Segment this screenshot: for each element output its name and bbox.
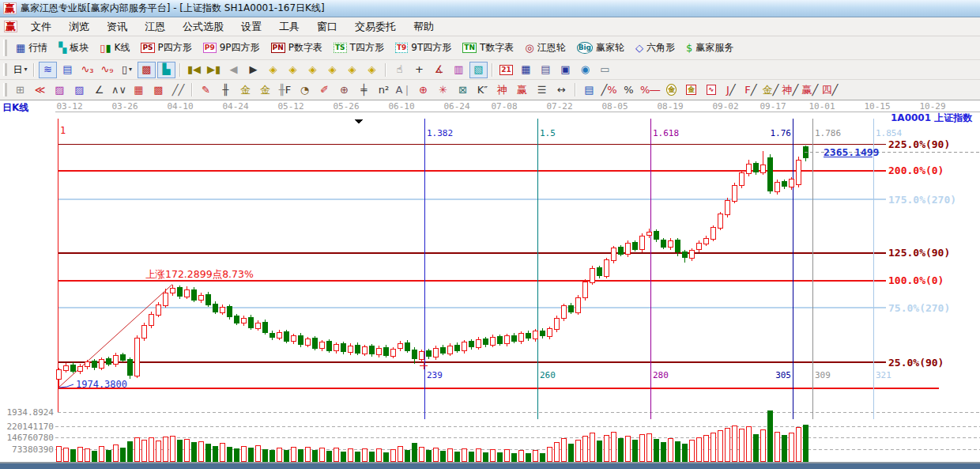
percent-plain-button[interactable]: %	[620, 81, 638, 98]
prev-bar-button[interactable]: ◀	[224, 62, 243, 78]
zoom-full-button[interactable]: ◈	[363, 62, 381, 78]
angle-tool-button[interactable]: ∡	[430, 62, 448, 78]
value-table-button[interactable]: ▤	[580, 81, 598, 98]
k-note-button[interactable]: K″	[473, 81, 492, 98]
f10-info-button[interactable]: ▤	[58, 62, 77, 78]
red-pin-button[interactable]: ✎	[197, 81, 215, 98]
zoom-compress-button[interactable]: ◈	[323, 62, 341, 78]
counting-grid-button[interactable]: ☰	[533, 81, 551, 98]
candle-style-dropdown-button[interactable]: ▯▾	[118, 62, 136, 78]
star-grid-button[interactable]: ✳	[434, 81, 452, 98]
menu-tools[interactable]: 工具	[270, 18, 308, 36]
compass-target-button[interactable]: ⊕	[414, 81, 432, 98]
notes-button[interactable]: ▤	[537, 62, 555, 78]
p-square-button[interactable]: PSP四方形	[135, 40, 197, 56]
zoom-right-button[interactable]: ◈	[284, 62, 302, 78]
n2-tool-button[interactable]: n²	[375, 81, 393, 98]
price-grid-button[interactable]: ▦	[130, 81, 148, 98]
fan-box-blue-button[interactable]: ▨	[70, 81, 89, 98]
volume-bar	[689, 440, 694, 461]
hexagon-button[interactable]: ◇六角形	[630, 40, 680, 56]
menu-gann[interactable]: 江恩	[136, 18, 174, 36]
si-angle-button[interactable]: 四╱	[820, 81, 839, 98]
circle-ruler-button[interactable]: ⊕	[335, 81, 353, 98]
ying-tool-button[interactable]: 赢	[513, 81, 531, 98]
next-bar-button[interactable]: ▶	[244, 62, 262, 78]
zoom-horizontal-button[interactable]: ◈	[303, 62, 322, 78]
gold-cycle-2-button[interactable]: 金	[256, 81, 274, 98]
calculator-button[interactable]: ▦	[517, 62, 535, 78]
menu-window[interactable]: 窗口	[308, 18, 346, 36]
profile-histogram-button[interactable]: ▙	[157, 62, 175, 78]
wave-3-button[interactable]: ∿₃	[78, 62, 96, 78]
hand-tool-button[interactable]: ☝	[390, 62, 409, 78]
menu-trade[interactable]: 交易委托	[346, 18, 405, 36]
print-button[interactable]: ▭	[596, 62, 614, 78]
purple-grid-tool-button[interactable]: ▥	[450, 62, 468, 78]
wave-9-button[interactable]: ∿₉	[98, 62, 116, 78]
j-angle-button[interactable]: J╱	[722, 81, 740, 98]
zigzag-line-button[interactable]: ∧∨	[110, 81, 128, 98]
shen-tool-button[interactable]: 神	[493, 81, 511, 98]
first-page-button[interactable]: ▮◀	[185, 62, 203, 78]
menu-help[interactable]: 帮助	[405, 18, 443, 36]
teal-pattern-tool-button[interactable]: ▧	[469, 62, 488, 78]
menu-file[interactable]: 文件	[22, 18, 60, 36]
chart-canvas[interactable]: 03-1203-2604-1004-2405-1205-2606-1006-24…	[0, 100, 980, 469]
toolbar-grip[interactable]	[3, 40, 7, 55]
gold-cycle-1-button[interactable]: 金	[236, 81, 254, 98]
toolbar-grip[interactable]	[3, 63, 7, 77]
save-button[interactable]: ▣	[556, 62, 575, 78]
price-grid-cycle-button[interactable]: ▩	[149, 81, 168, 98]
f-cycle-button[interactable]: ╫F	[276, 81, 294, 98]
f-angle-button[interactable]: F╱	[741, 81, 760, 98]
time-comb-button[interactable]: ╫	[217, 81, 235, 98]
wave-box-button[interactable]: ∿	[702, 81, 720, 98]
last-page-button[interactable]: ▶▮	[205, 62, 223, 78]
parallel-lines-button[interactable]: ╱╱	[169, 81, 187, 98]
gold-level-button[interactable]: 金	[682, 81, 700, 98]
calendar-button[interactable]: 21	[497, 62, 515, 78]
p-number-table-button[interactable]: PNP数字表	[266, 40, 328, 56]
fan-box-purple-button[interactable]: ▨	[51, 81, 69, 98]
winner-wheel-button[interactable]: Big赢家轮	[571, 40, 630, 56]
candle	[319, 340, 324, 351]
angle-lines-button[interactable]: ∠	[90, 81, 108, 98]
wide-comb-button[interactable]: ╪	[355, 81, 373, 98]
shen-angle-button[interactable]: 神╱	[781, 81, 799, 98]
grid-select-button[interactable]: ⊞	[11, 81, 29, 98]
menu-browse[interactable]: 浏览	[60, 18, 98, 36]
gold-comb2-icon: 金	[260, 83, 270, 97]
zoom-left-button[interactable]: ◈	[264, 62, 282, 78]
pin-ruler-button[interactable]: ✐	[315, 81, 334, 98]
ying-angle-button[interactable]: 赢╱	[801, 81, 819, 98]
time-spiral-button[interactable]: ◔	[296, 81, 314, 98]
9p-square-button[interactable]: P99P四方形	[198, 40, 266, 56]
gann-wheel-button[interactable]: ◎江恩轮	[519, 40, 571, 56]
a-filter-button[interactable]: A❘	[394, 81, 413, 98]
winner-service-button[interactable]: $赢家服务	[680, 40, 739, 56]
chart-overlay-button[interactable]: ≋	[39, 62, 57, 78]
menu-settings[interactable]: 设置	[232, 18, 270, 36]
zoom-expand-button[interactable]: ◈	[343, 62, 361, 78]
period-day-dropdown-button[interactable]: 日▾	[11, 62, 29, 78]
t-number-table-button[interactable]: TNT数字表	[457, 40, 519, 56]
sectors-button[interactable]: ▚板块	[53, 40, 94, 56]
gold-angle-button[interactable]: 金╱	[761, 81, 779, 98]
t-square-button[interactable]: TST四方形	[328, 40, 390, 56]
quotes-button[interactable]: ▦行情	[10, 40, 53, 56]
9t-square-button[interactable]: T99T四方形	[390, 40, 457, 56]
red-pattern-button[interactable]: ▩	[138, 62, 156, 78]
menu-formula-pick[interactable]: 公式选股	[174, 18, 232, 36]
kline-button[interactable]: ▯▮K线	[94, 40, 135, 56]
percent-line-button[interactable]: %―	[639, 81, 661, 98]
percent-angle-button[interactable]: ╱%	[600, 81, 618, 98]
web-quote-button[interactable]: ◉	[576, 62, 594, 78]
gold-circle-button[interactable]: 金	[662, 81, 680, 98]
crosshair-tool-button[interactable]: +	[410, 62, 428, 78]
menu-news[interactable]: 资讯	[98, 18, 136, 36]
gann-fan-button[interactable]: ≪	[31, 81, 49, 98]
width-measure-button[interactable]: ↔	[552, 81, 571, 98]
target-box-button[interactable]: ⊠	[454, 81, 472, 98]
toolbar-grip[interactable]	[3, 83, 7, 97]
